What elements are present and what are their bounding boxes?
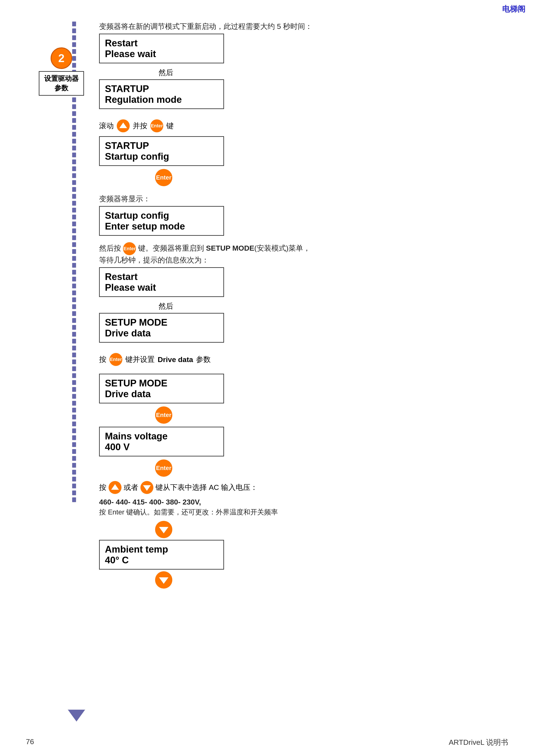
dash — [72, 215, 76, 219]
dash — [72, 284, 76, 288]
dash — [72, 263, 76, 268]
dash — [72, 380, 76, 385]
dash — [72, 339, 76, 343]
dash — [72, 35, 76, 40]
then-press-instruction: 然后按 Enter 键。变频器将重启到 SETUP MODE(安装模式)菜单，等… — [99, 242, 508, 265]
dash — [72, 21, 76, 26]
enter-badge-large-1: Enter — [155, 169, 172, 186]
dash — [72, 125, 76, 130]
box8-line2: 400 V — [105, 442, 218, 452]
press-pre: 按 — [99, 355, 106, 364]
dash — [72, 152, 76, 157]
dash — [72, 491, 76, 495]
up-badge-voltage — [109, 481, 121, 494]
voltage-list: 460- 440- 415- 400- 380- 230V, — [99, 498, 508, 506]
box1-line2: Please wait — [105, 48, 218, 59]
dash — [72, 346, 76, 350]
dash — [72, 456, 76, 461]
dash — [72, 63, 76, 68]
box6-line1: SETUP MODE — [105, 317, 218, 328]
box3-line1: STARTUP — [105, 140, 218, 151]
dash — [72, 435, 76, 440]
down-arrow-icon — [68, 710, 85, 721]
scroll-pre: 滚动 — [99, 121, 114, 131]
dash — [72, 256, 76, 261]
select-pre: 按 — [99, 482, 106, 493]
box-restart-1: Restart Please wait — [99, 34, 224, 63]
down-badge-sm-1 — [155, 521, 172, 538]
step-circle: 2 — [51, 47, 72, 69]
dash — [72, 49, 76, 54]
dash — [72, 180, 76, 185]
dash — [72, 187, 76, 192]
step-label: 设置驱动器参数 — [39, 71, 84, 96]
dash — [72, 325, 76, 330]
section-intro: 变频器将在新的调节模式下重新启动，此过程需要大约 5 秒时间： Restart … — [99, 21, 508, 186]
main-content: 2 设置驱动器参数 变频器将在新的调节模式下重新启动，此过程需要大约 5 秒时间… — [26, 21, 508, 730]
dash — [72, 132, 76, 137]
scroll-instruction-row: 滚动 并按 Enter 键 — [99, 120, 508, 132]
then-label-1: 然后 — [99, 68, 233, 78]
up-triangle-badge — [117, 120, 130, 132]
box-startup-regulation: STARTUP Regulation mode — [99, 79, 224, 109]
dash — [72, 139, 76, 144]
box4-line2: Enter setup mode — [105, 221, 218, 232]
dash — [72, 415, 76, 419]
dash — [72, 249, 76, 254]
box-setup-mode-1: SETUP MODE Drive data — [99, 313, 224, 343]
dash — [72, 421, 76, 426]
dash — [72, 166, 76, 171]
dash — [72, 332, 76, 337]
press-bold: Drive data — [158, 355, 193, 364]
dash — [72, 118, 76, 123]
press-suffix: 参数 — [196, 355, 211, 364]
box5-line2: Please wait — [105, 282, 218, 293]
dash — [72, 97, 76, 102]
dash — [72, 104, 76, 109]
select-post: 或者 — [124, 482, 138, 493]
box2-line2: Regulation mode — [105, 94, 218, 105]
dash — [72, 146, 76, 150]
dash — [72, 387, 76, 392]
enter-badge-large-2: Enter — [155, 406, 172, 424]
intro-text: 变频器将在新的调节模式下重新启动，此过程需要大约 5 秒时间： — [99, 21, 508, 32]
dash — [72, 28, 76, 33]
dash — [72, 270, 76, 275]
box4-line1: Startup config — [105, 210, 218, 221]
dash — [72, 394, 76, 399]
then-label-2: 然后 — [99, 301, 233, 311]
box1-line1: Restart — [105, 38, 218, 48]
dash — [72, 428, 76, 433]
select-suffix: 键从下表中选择 AC 输入电压： — [156, 482, 258, 493]
press-post: 键并设置 — [125, 355, 155, 364]
box9-line1: Ambient temp — [105, 544, 218, 555]
scroll-suffix: 键 — [166, 121, 174, 131]
dash — [72, 401, 76, 406]
box-mains-voltage: Mains voltage 400 V — [99, 427, 224, 456]
dash — [72, 373, 76, 378]
dash — [72, 498, 76, 502]
dash — [72, 159, 76, 164]
dash — [72, 408, 76, 413]
press-enter-drive-data: 按 Enter 键并设置 Drive data 参数 — [99, 353, 508, 366]
section-display: 变频器将显示： Startup config Enter setup mode … — [99, 194, 508, 588]
scroll-post: 并按 — [133, 121, 147, 131]
box7-line2: Drive data — [105, 389, 218, 399]
dash — [72, 470, 76, 474]
dash — [72, 194, 76, 199]
vertical-dashed-line — [72, 21, 76, 709]
then-press-pre: 然后按 — [99, 244, 121, 252]
dash — [72, 201, 76, 205]
dash — [72, 449, 76, 454]
dash — [72, 56, 76, 61]
dash — [72, 442, 76, 447]
dash — [72, 360, 76, 364]
box-startup-config: STARTUP Startup config — [99, 136, 224, 166]
dash — [72, 111, 76, 116]
dash — [72, 297, 76, 302]
dash — [72, 366, 76, 371]
dash — [72, 242, 76, 247]
box-ambient-temp: Ambient temp 40° C — [99, 540, 224, 570]
dash — [72, 318, 76, 323]
box6-line2: Drive data — [105, 328, 218, 338]
